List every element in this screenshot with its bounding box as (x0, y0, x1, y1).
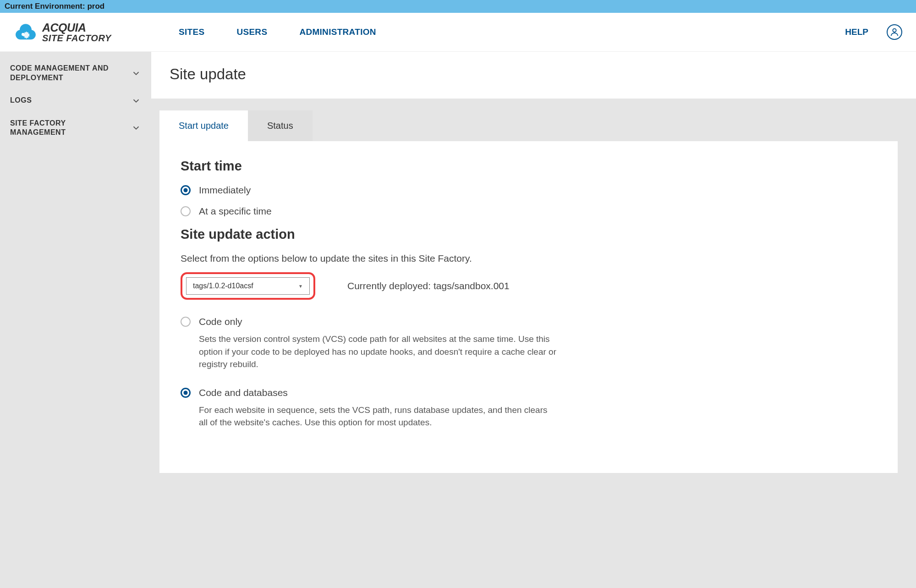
sidebar-item-logs[interactable]: LOGS (0, 89, 151, 112)
option-label: Code and databases (199, 387, 288, 398)
brand-line1: ACQUIA (42, 22, 111, 33)
form-panel: Start time Immediately At a specific tim… (159, 141, 898, 473)
radio-icon (181, 317, 191, 327)
radio-icon (181, 206, 191, 216)
radio-code-only[interactable]: Code only (181, 316, 877, 327)
nav-users[interactable]: USERS (236, 27, 267, 37)
chevron-down-icon (131, 68, 141, 78)
sidebar-item-label: CODE MANAGEMENT AND DEPLOYMENT (10, 64, 120, 83)
radio-icon (181, 185, 191, 195)
tag-select-value: tags/1.0.2-d10acsf (193, 282, 253, 290)
nav-administration[interactable]: ADMINISTRATION (299, 27, 376, 37)
nav-help[interactable]: HELP (845, 27, 868, 37)
tabs: Start update Status (159, 110, 898, 141)
chevron-down-icon (131, 123, 141, 133)
top-bar: ACQUIA SITE FACTORY SITES USERS ADMINIST… (0, 13, 916, 52)
acquia-cloud-icon (14, 20, 38, 44)
user-menu-icon[interactable] (887, 24, 902, 40)
main-area: Site update Start update Status Start ti… (151, 52, 916, 588)
radio-icon (181, 388, 191, 398)
radio-label: At a specific time (199, 206, 272, 217)
site-update-action-heading: Site update action (181, 227, 877, 242)
currently-deployed: Currently deployed: tags/sandbox.001 (347, 280, 510, 291)
option-description: For each website in sequence, sets the V… (199, 404, 556, 429)
option-description: Sets the version control system (VCS) co… (199, 333, 556, 371)
sidebar-item-label: LOGS (10, 96, 32, 105)
option-code-only: Code only Sets the version control syste… (181, 316, 877, 371)
start-time-heading: Start time (181, 159, 877, 174)
environment-banner: Current Environment: prod (0, 0, 916, 13)
chevron-down-icon (131, 96, 141, 106)
brand-logo[interactable]: ACQUIA SITE FACTORY (0, 20, 151, 44)
tag-select-highlight: tags/1.0.2-d10acsf ▼ (181, 272, 315, 300)
brand-text: ACQUIA SITE FACTORY (42, 22, 111, 43)
page-header: Site update (151, 52, 916, 99)
sidebar-item-site-factory-management[interactable]: SITE FACTORY MANAGEMENT (0, 112, 151, 144)
radio-label: Immediately (199, 185, 251, 196)
radio-specific-time[interactable]: At a specific time (181, 206, 877, 217)
tab-start-update[interactable]: Start update (159, 110, 248, 141)
svg-point-1 (893, 29, 896, 32)
top-nav: SITES USERS ADMINISTRATION (179, 27, 376, 37)
tab-status[interactable]: Status (248, 110, 313, 141)
sidebar-item-code-management[interactable]: CODE MANAGEMENT AND DEPLOYMENT (0, 57, 151, 89)
action-instruction: Select from the options below to update … (181, 253, 877, 264)
option-code-and-databases: Code and databases For each website in s… (181, 387, 877, 429)
nav-sites[interactable]: SITES (179, 27, 204, 37)
radio-code-and-databases[interactable]: Code and databases (181, 387, 877, 398)
option-label: Code only (199, 316, 242, 327)
brand-line2: SITE FACTORY (42, 33, 111, 43)
caret-down-icon: ▼ (298, 284, 303, 289)
tag-select[interactable]: tags/1.0.2-d10acsf ▼ (186, 277, 310, 295)
page-title: Site update (170, 66, 898, 83)
sidebar: CODE MANAGEMENT AND DEPLOYMENT LOGS SITE… (0, 52, 151, 588)
sidebar-item-label: SITE FACTORY MANAGEMENT (10, 119, 120, 138)
radio-immediately[interactable]: Immediately (181, 185, 877, 196)
